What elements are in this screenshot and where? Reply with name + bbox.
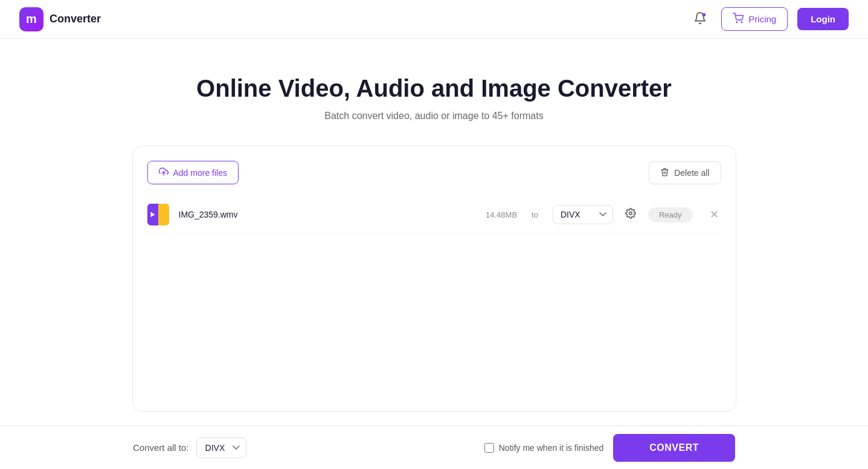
file-size: 14.48MB [486,210,517,219]
pricing-label: Pricing [748,14,776,24]
delete-all-label: Delete all [674,168,709,178]
svg-point-5 [629,212,632,215]
svg-point-2 [742,22,743,23]
svg-marker-4 [150,212,155,218]
add-files-label: Add more files [173,168,227,178]
bell-icon [693,11,707,27]
logo-letter: m [26,12,37,26]
notify-label[interactable]: Notify me when it is finished [484,443,604,453]
delete-all-button[interactable]: Delete all [649,161,721,184]
footer-actions: Notify me when it is finished CONVERT [484,434,735,462]
file-type-icon [147,204,169,225]
app-name: Converter [50,13,101,25]
close-icon: ✕ [710,209,719,221]
logo-area: m Converter [19,7,101,31]
file-name: IMG_2359.wmv [179,210,477,219]
svg-point-0 [702,13,706,17]
notify-text: Notify me when it is finished [499,443,604,453]
notify-checkbox[interactable] [484,443,494,453]
status-badge: Ready [648,207,693,222]
convert-all-format-select[interactable]: DIVX MP4 AVI MKV MOV WMV FLV MP3 AAC WAV [196,438,246,458]
svg-point-1 [736,22,738,23]
converter-box: Add more files Delete all [132,146,736,412]
main-content: Online Video, Audio and Image Converter … [0,39,868,412]
gear-icon [625,209,636,221]
convert-button[interactable]: CONVERT [613,434,735,462]
converter-toolbar: Add more files Delete all [147,161,721,184]
upload-icon [159,167,169,178]
header: m Converter Pricing Login [0,0,868,39]
hero-title: Online Video, Audio and Image Converter [196,75,672,102]
table-row: IMG_2359.wmv 14.48MB to DIVX MP4 AVI MKV… [147,196,721,233]
settings-button[interactable] [623,205,638,224]
remove-file-button[interactable]: ✕ [707,205,721,224]
footer-bar: Convert all to: DIVX MP4 AVI MKV MOV WMV… [0,425,868,469]
convert-all-section: Convert all to: DIVX MP4 AVI MKV MOV WMV… [133,438,246,458]
to-label: to [532,210,538,219]
trash-icon [660,167,669,178]
login-button[interactable]: Login [797,8,849,30]
pricing-button[interactable]: Pricing [721,7,788,31]
add-more-files-button[interactable]: Add more files [147,161,239,184]
notification-button[interactable] [689,7,712,31]
cart-icon [733,13,744,25]
header-actions: Pricing Login [689,7,849,31]
hero-subtitle: Batch convert video, audio or image to 4… [324,111,543,121]
convert-all-label: Convert all to: [133,442,189,453]
logo-icon: m [19,7,43,31]
format-select[interactable]: DIVX MP4 AVI MKV MOV WMV FLV MP3 AAC WAV [553,205,613,224]
